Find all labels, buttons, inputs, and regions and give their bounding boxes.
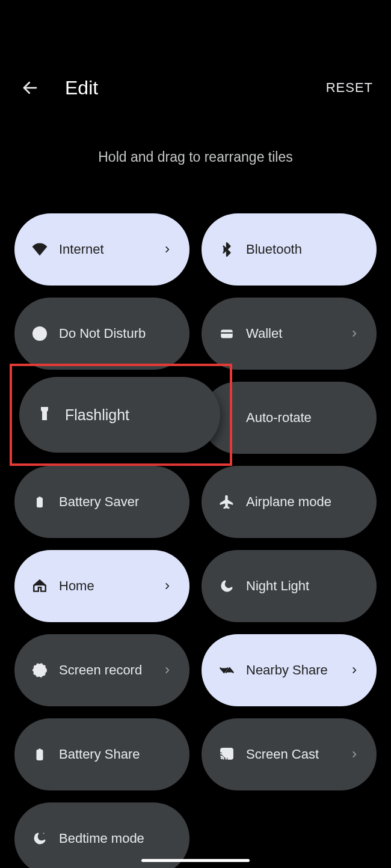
tile-label: Flashlight (65, 406, 129, 424)
bluetooth-icon (218, 241, 235, 258)
tile-label: Internet (59, 242, 162, 257)
airplane-icon (218, 494, 235, 510)
tile-label: Wallet (246, 326, 349, 341)
svg-rect-4 (221, 332, 233, 334)
battery-share-icon (31, 746, 48, 763)
svg-rect-3 (221, 330, 233, 338)
tile-battery-saver[interactable]: Battery Saver (14, 466, 189, 538)
tile-home[interactable]: Home (14, 550, 189, 622)
hint-text: Hold and drag to rearrange tiles (0, 149, 391, 165)
tile-bluetooth[interactable]: Bluetooth (202, 213, 377, 286)
record-icon (31, 662, 48, 679)
svg-rect-6 (38, 497, 40, 498)
chevron-right-icon (349, 749, 360, 760)
tile-label: Battery Share (59, 747, 173, 762)
gesture-bar[interactable] (141, 859, 250, 862)
tile-label: Bedtime mode (59, 831, 173, 846)
chevron-right-icon (162, 581, 173, 591)
chevron-right-icon (349, 665, 360, 676)
chevron-right-icon (349, 328, 360, 339)
chevron-right-icon (162, 665, 173, 676)
tile-label: Nearby Share (246, 662, 349, 678)
tile-battery-share[interactable]: Battery Share (14, 718, 189, 790)
tile-airplane-mode[interactable]: Airplane mode (202, 466, 377, 538)
tile-flashlight-dragging[interactable]: Flashlight (19, 377, 220, 453)
tile-label: Battery Saver (59, 494, 173, 510)
tile-do-not-disturb[interactable]: Do Not Disturb (14, 298, 189, 370)
header: Edit RESET (0, 64, 391, 112)
bedtime-icon (31, 830, 48, 847)
tile-label: Airplane mode (246, 494, 360, 510)
tile-label: Do Not Disturb (59, 326, 173, 341)
tile-label: Home (59, 578, 162, 594)
tile-label: Screen record (59, 662, 162, 678)
tile-screen-cast[interactable]: Screen Cast (202, 718, 377, 790)
cast-icon (218, 746, 235, 763)
battery-icon (31, 494, 48, 510)
wallet-icon (218, 325, 235, 342)
svg-point-10 (37, 668, 43, 673)
tile-screen-record[interactable]: Screen record (14, 634, 189, 706)
nearby-share-icon (218, 662, 235, 679)
tile-label: Bluetooth (246, 242, 360, 257)
flashlight-icon (37, 405, 52, 425)
tile-label: Screen Cast (246, 747, 349, 762)
home-icon (31, 578, 48, 594)
svg-point-15 (43, 833, 45, 834)
tile-internet[interactable]: Internet (14, 213, 189, 286)
reset-button[interactable]: RESET (326, 80, 373, 96)
svg-rect-12 (38, 748, 41, 750)
dnd-icon (31, 325, 48, 342)
tile-label: Night Light (246, 578, 360, 594)
wifi-icon (31, 241, 48, 258)
tile-bedtime-mode[interactable]: Bedtime mode (14, 802, 189, 868)
svg-point-13 (221, 757, 223, 759)
tile-auto-rotate[interactable]: Auto-rotate (202, 382, 377, 454)
tile-nearby-share[interactable]: Nearby Share (202, 634, 377, 706)
back-button[interactable] (18, 76, 42, 100)
tile-wallet[interactable]: Wallet (202, 298, 377, 370)
tile-label: Auto-rotate (246, 410, 360, 426)
chevron-right-icon (162, 244, 173, 255)
tile-night-light[interactable]: Night Light (202, 550, 377, 622)
tiles-grid: Internet Bluetooth Do Not Disturb Wallet… (0, 213, 391, 868)
svg-point-14 (35, 834, 36, 835)
moon-icon (218, 578, 235, 594)
page-title: Edit (65, 77, 98, 99)
arrow-left-icon (21, 79, 39, 97)
